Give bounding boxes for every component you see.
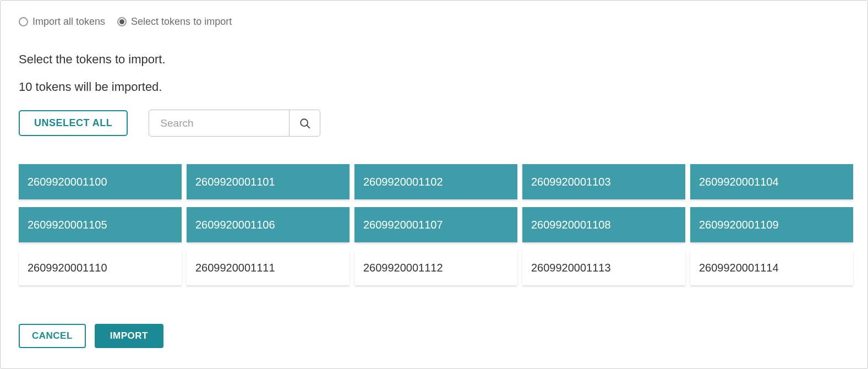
token-cell[interactable]: 2609920001100 bbox=[19, 164, 182, 199]
footer-actions: CANCEL IMPORT bbox=[19, 324, 849, 348]
token-cell[interactable]: 2609920001103 bbox=[522, 164, 685, 199]
token-id: 2609920001104 bbox=[699, 176, 779, 188]
token-cell[interactable]: 2609920001112 bbox=[354, 250, 517, 285]
token-cell[interactable]: 2609920001114 bbox=[690, 250, 853, 285]
instruction-text: Select the tokens to import. bbox=[19, 52, 849, 67]
radio-select-tokens-dot bbox=[117, 17, 127, 26]
token-cell[interactable]: 2609920001111 bbox=[187, 250, 350, 285]
token-id: 2609920001114 bbox=[699, 262, 779, 274]
token-id: 2609920001110 bbox=[28, 262, 107, 274]
token-cell[interactable]: 2609920001102 bbox=[354, 164, 517, 199]
token-id: 2609920001112 bbox=[363, 262, 443, 274]
cancel-button[interactable]: CANCEL bbox=[19, 324, 86, 348]
token-id: 2609920001103 bbox=[531, 176, 611, 188]
radio-select-tokens[interactable]: Select tokens to import bbox=[117, 16, 232, 28]
token-id: 2609920001111 bbox=[195, 262, 275, 274]
token-cell[interactable]: 2609920001105 bbox=[19, 207, 182, 242]
token-cell[interactable]: 2609920001101 bbox=[187, 164, 350, 199]
import-button[interactable]: IMPORT bbox=[95, 324, 163, 348]
import-tokens-panel: Import all tokens Select tokens to impor… bbox=[0, 0, 868, 369]
svg-line-1 bbox=[307, 125, 309, 128]
token-cell[interactable]: 2609920001113 bbox=[522, 250, 685, 285]
unselect-all-button[interactable]: UNSELECT ALL bbox=[19, 110, 128, 136]
token-cell[interactable]: 2609920001104 bbox=[690, 164, 853, 199]
controls-row: UNSELECT ALL bbox=[19, 110, 849, 137]
import-mode-radiogroup: Import all tokens Select tokens to impor… bbox=[19, 16, 849, 28]
token-cell[interactable]: 2609920001106 bbox=[187, 207, 350, 242]
token-id: 2609920001101 bbox=[195, 176, 275, 188]
token-id: 2609920001106 bbox=[195, 219, 275, 231]
token-cell[interactable]: 2609920001109 bbox=[690, 207, 853, 242]
token-grid: 2609920001100260992000110126099200011022… bbox=[19, 164, 849, 285]
token-cell[interactable]: 2609920001108 bbox=[522, 207, 685, 242]
radio-select-tokens-label: Select tokens to import bbox=[131, 16, 232, 28]
selected-count-text: 10 tokens will be imported. bbox=[19, 80, 849, 94]
token-cell[interactable]: 2609920001107 bbox=[354, 207, 517, 242]
token-id: 2609920001105 bbox=[28, 219, 107, 231]
token-id: 2609920001108 bbox=[531, 219, 611, 231]
search-icon bbox=[299, 117, 311, 129]
radio-import-all-dot bbox=[19, 17, 28, 26]
token-id: 2609920001107 bbox=[363, 219, 443, 231]
search-button[interactable] bbox=[290, 110, 320, 137]
token-id: 2609920001102 bbox=[363, 176, 443, 188]
token-id: 2609920001113 bbox=[531, 262, 611, 274]
radio-import-all[interactable]: Import all tokens bbox=[19, 16, 105, 28]
token-id: 2609920001100 bbox=[28, 176, 107, 188]
search-input[interactable] bbox=[149, 110, 290, 137]
token-id: 2609920001109 bbox=[699, 219, 779, 231]
radio-import-all-label: Import all tokens bbox=[32, 16, 105, 28]
search-group bbox=[149, 110, 320, 137]
token-cell[interactable]: 2609920001110 bbox=[19, 250, 182, 285]
